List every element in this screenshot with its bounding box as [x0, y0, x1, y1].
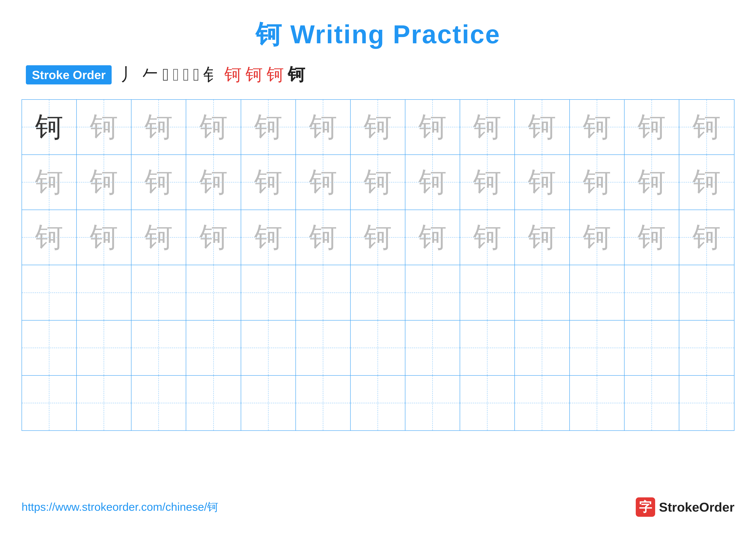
- grid-cell-r4c7[interactable]: [351, 265, 405, 320]
- char-display: 钶: [309, 163, 337, 201]
- grid-cell-r4c11[interactable]: [570, 265, 625, 320]
- char-display: 钶: [528, 163, 556, 201]
- grid-cell-r5c9[interactable]: [460, 320, 515, 375]
- char-display: 钶: [35, 108, 63, 146]
- grid-cell-r4c5[interactable]: [241, 265, 296, 320]
- grid-cell-r3c3[interactable]: 钶: [131, 210, 186, 265]
- grid-cell-r3c13[interactable]: 钶: [679, 210, 734, 265]
- grid-cell-r6c6[interactable]: [296, 376, 351, 430]
- footer-url[interactable]: https://www.strokeorder.com/chinese/钶: [21, 499, 218, 515]
- grid-cell-r3c6[interactable]: 钶: [296, 210, 351, 265]
- stroke-sequence: 丿 𠂉 𠃍 𠃑 𠃊 𠃈 钅 钶 钶 钶 钶: [120, 63, 305, 87]
- grid-row-6: [22, 376, 734, 430]
- grid-cell-r5c11[interactable]: [570, 320, 625, 375]
- grid-cell-r5c5[interactable]: [241, 320, 296, 375]
- stroke-order-badge: Stroke Order: [26, 65, 112, 85]
- grid-cell-r4c13[interactable]: [679, 265, 734, 320]
- grid-cell-r2c13[interactable]: 钶: [679, 155, 734, 210]
- grid-cell-r5c13[interactable]: [679, 320, 734, 375]
- char-display: 钶: [638, 218, 666, 256]
- grid-cell-r2c12[interactable]: 钶: [625, 155, 679, 210]
- grid-cell-r5c6[interactable]: [296, 320, 351, 375]
- grid-cell-r1c11[interactable]: 钶: [570, 100, 625, 154]
- grid-cell-r3c2[interactable]: 钶: [77, 210, 131, 265]
- grid-cell-r2c10[interactable]: 钶: [515, 155, 570, 210]
- page: 钶 Writing Practice Stroke Order 丿 𠂉 𠃍 𠃑 …: [0, 0, 756, 534]
- grid-cell-r4c3[interactable]: [131, 265, 186, 320]
- char-display: 钶: [254, 163, 282, 201]
- grid-cell-r4c4[interactable]: [186, 265, 241, 320]
- grid-cell-r6c11[interactable]: [570, 376, 625, 430]
- grid-cell-r4c8[interactable]: [405, 265, 460, 320]
- grid-cell-r5c8[interactable]: [405, 320, 460, 375]
- grid-cell-r5c10[interactable]: [515, 320, 570, 375]
- grid-cell-r2c5[interactable]: 钶: [241, 155, 296, 210]
- grid-cell-r3c12[interactable]: 钶: [625, 210, 679, 265]
- grid-cell-r1c2[interactable]: 钶: [77, 100, 131, 154]
- grid-cell-r6c1[interactable]: [22, 376, 77, 430]
- grid-cell-r3c9[interactable]: 钶: [460, 210, 515, 265]
- char-display: 钶: [35, 163, 63, 201]
- grid-cell-r2c7[interactable]: 钶: [351, 155, 405, 210]
- grid-cell-r5c2[interactable]: [77, 320, 131, 375]
- footer: https://www.strokeorder.com/chinese/钶 字 …: [21, 497, 735, 517]
- stroke-4: 𠃑: [173, 65, 179, 85]
- grid-cell-r1c9[interactable]: 钶: [460, 100, 515, 154]
- char-display: 钶: [35, 218, 63, 256]
- grid-cell-r3c8[interactable]: 钶: [405, 210, 460, 265]
- grid-cell-r6c5[interactable]: [241, 376, 296, 430]
- grid-cell-r2c1[interactable]: 钶: [22, 155, 77, 210]
- grid-cell-r4c2[interactable]: [77, 265, 131, 320]
- grid-cell-r2c8[interactable]: 钶: [405, 155, 460, 210]
- grid-cell-r4c6[interactable]: [296, 265, 351, 320]
- grid-cell-r5c7[interactable]: [351, 320, 405, 375]
- grid-cell-r2c4[interactable]: 钶: [186, 155, 241, 210]
- stroke-11: 钶: [288, 63, 305, 87]
- grid-cell-r6c2[interactable]: [77, 376, 131, 430]
- grid-cell-r1c10[interactable]: 钶: [515, 100, 570, 154]
- grid-cell-r1c6[interactable]: 钶: [296, 100, 351, 154]
- grid-cell-r1c1[interactable]: 钶: [22, 100, 77, 154]
- logo-text: StrokeOrder: [659, 500, 735, 515]
- grid-cell-r6c7[interactable]: [351, 376, 405, 430]
- grid-cell-r6c13[interactable]: [679, 376, 734, 430]
- grid-cell-r1c5[interactable]: 钶: [241, 100, 296, 154]
- grid-cell-r3c11[interactable]: 钶: [570, 210, 625, 265]
- grid-cell-r4c10[interactable]: [515, 265, 570, 320]
- grid-cell-r6c9[interactable]: [460, 376, 515, 430]
- grid-cell-r4c1[interactable]: [22, 265, 77, 320]
- grid-cell-r4c9[interactable]: [460, 265, 515, 320]
- grid-cell-r5c4[interactable]: [186, 320, 241, 375]
- grid-cell-r6c4[interactable]: [186, 376, 241, 430]
- char-display: 钶: [145, 163, 173, 201]
- grid-cell-r2c3[interactable]: 钶: [131, 155, 186, 210]
- grid-cell-r1c7[interactable]: 钶: [351, 100, 405, 154]
- grid-cell-r3c10[interactable]: 钶: [515, 210, 570, 265]
- grid-cell-r1c3[interactable]: 钶: [131, 100, 186, 154]
- grid-cell-r5c3[interactable]: [131, 320, 186, 375]
- grid-cell-r1c4[interactable]: 钶: [186, 100, 241, 154]
- char-display: 钶: [418, 108, 446, 146]
- grid-cell-r3c5[interactable]: 钶: [241, 210, 296, 265]
- grid-cell-r6c8[interactable]: [405, 376, 460, 430]
- grid-cell-r1c8[interactable]: 钶: [405, 100, 460, 154]
- grid-row-3: 钶 钶 钶 钶 钶 钶 钶 钶 钶 钶 钶 钶 钶: [22, 210, 734, 265]
- grid-cell-r2c11[interactable]: 钶: [570, 155, 625, 210]
- char-display: 钶: [364, 218, 392, 256]
- grid-cell-r6c12[interactable]: [625, 376, 679, 430]
- grid-cell-r5c12[interactable]: [625, 320, 679, 375]
- grid-cell-r2c2[interactable]: 钶: [77, 155, 131, 210]
- grid-cell-r6c3[interactable]: [131, 376, 186, 430]
- grid-cell-r1c12[interactable]: 钶: [625, 100, 679, 154]
- grid-cell-r5c1[interactable]: [22, 320, 77, 375]
- char-display: 钶: [254, 108, 282, 146]
- grid-cell-r2c9[interactable]: 钶: [460, 155, 515, 210]
- grid-cell-r6c10[interactable]: [515, 376, 570, 430]
- grid-cell-r1c13[interactable]: 钶: [679, 100, 734, 154]
- char-display: 钶: [418, 218, 446, 256]
- grid-cell-r3c1[interactable]: 钶: [22, 210, 77, 265]
- grid-cell-r3c4[interactable]: 钶: [186, 210, 241, 265]
- grid-cell-r2c6[interactable]: 钶: [296, 155, 351, 210]
- grid-cell-r4c12[interactable]: [625, 265, 679, 320]
- grid-cell-r3c7[interactable]: 钶: [351, 210, 405, 265]
